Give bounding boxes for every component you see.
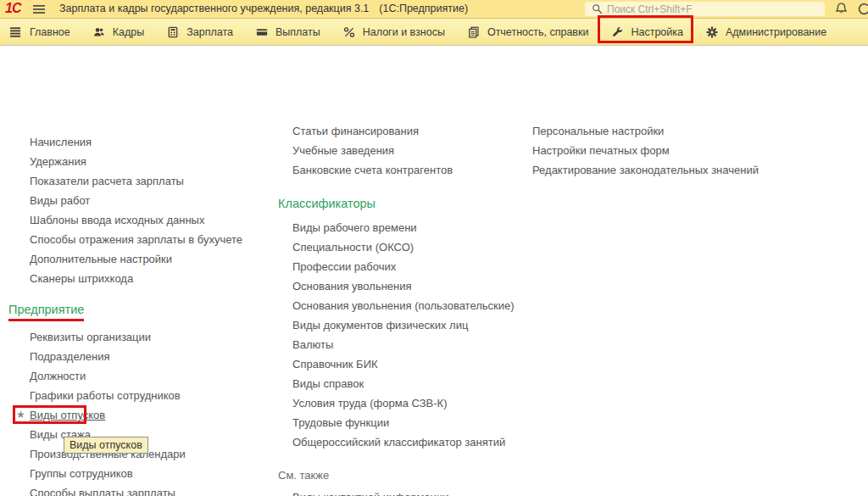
settings-menu-item-label: Дополнительные настройки bbox=[30, 253, 172, 265]
settings-menu-item-label: Группы сотрудников bbox=[30, 467, 133, 480]
section-tab-icon bbox=[468, 26, 480, 38]
settings-menu-item[interactable]: ★ Виды справок bbox=[292, 374, 364, 393]
settings-menu-item[interactable]: ★ Сканеры штрихкода bbox=[30, 269, 133, 288]
enterprise-group: ★ Реквизиты организации ★ Подразделения … bbox=[30, 327, 186, 496]
section-tab[interactable]: Выплаты bbox=[256, 19, 320, 45]
settings-menu-item[interactable]: ★ Виды отпусков bbox=[30, 405, 105, 425]
settings-menu-item[interactable]: ★ Учебные заведения bbox=[292, 141, 394, 160]
settings-menu-item[interactable]: ★ Виды работ bbox=[30, 191, 90, 210]
section-tab[interactable]: Администрирование bbox=[706, 19, 826, 45]
settings-menu-item-label: Редактирование законодательных значений bbox=[532, 164, 759, 176]
personal-settings-group: ★ Персональные настройки ★ Настройки печ… bbox=[532, 121, 759, 180]
section-list-icon[interactable] bbox=[8, 25, 22, 39]
notifications-bell-icon[interactable] bbox=[834, 2, 849, 16]
search-input[interactable] bbox=[607, 3, 825, 15]
settings-menu-item-label: Начисления bbox=[30, 136, 92, 148]
section-tab-label: Зарплата bbox=[186, 26, 233, 38]
see-also-header: См. также bbox=[278, 469, 329, 482]
settings-menu-item[interactable]: ★ Валюты bbox=[292, 335, 333, 354]
settings-menu-item[interactable]: ★ Способы отражения зарплаты в бухучете bbox=[30, 230, 242, 249]
section-tab[interactable]: Кадры bbox=[93, 19, 144, 45]
section-tab-icon bbox=[93, 26, 105, 38]
settings-menu-item-label: Реквизиты организации bbox=[30, 331, 151, 343]
settings-menu-item[interactable]: ★ Способы выплаты зарплаты bbox=[30, 483, 175, 496]
window-title: Зарплата и кадры государственного учрежд… bbox=[59, 0, 468, 18]
app-name: (1С:Предприятие) bbox=[379, 3, 468, 14]
section-tab[interactable]: Налоги и взносы bbox=[343, 19, 445, 45]
settings-menu-item-label: Учебные заведения bbox=[292, 144, 394, 157]
settings-menu-item[interactable]: ★ Удержания bbox=[30, 152, 86, 171]
title-bar: 1С Зарплата и кадры государственного учр… bbox=[0, 0, 868, 19]
settings-menu-item[interactable]: ★ Показатели расчета зарплаты bbox=[30, 171, 184, 191]
settings-menu-item-label: Настройки печатных форм bbox=[532, 144, 670, 157]
settings-menu-item-label: Специальности (ОКСО) bbox=[292, 241, 414, 254]
settings-menu-item-label: Персональные настройки bbox=[532, 125, 664, 137]
settings-menu-item[interactable]: ★ Шаблоны ввода исходных данных bbox=[30, 210, 204, 230]
settings-menu-item[interactable]: ★ Начисления bbox=[30, 132, 92, 152]
settings-function-menu: ★ Начисления ★ Удержания ★ Показатели ра… bbox=[0, 46, 868, 496]
tooltip: Виды отпусков bbox=[64, 437, 148, 454]
enterprise-section-header: Предприятие bbox=[8, 303, 84, 321]
settings-menu-item[interactable]: ★ Основания увольнения bbox=[292, 276, 412, 296]
settings-menu-item[interactable]: ★ Реквизиты организации bbox=[30, 327, 151, 347]
settings-menu-item[interactable]: ★ Виды рабочего времени bbox=[292, 218, 417, 237]
section-tab[interactable]: Зарплата bbox=[167, 19, 233, 45]
settings-menu-item-label: Банковские счета контрагентов bbox=[292, 164, 453, 176]
settings-menu-item[interactable]: ★ Виды контактной информации bbox=[292, 488, 449, 496]
settings-menu-item[interactable]: ★ Справочник БИК bbox=[292, 354, 378, 374]
settings-menu-item-label: Виды работ bbox=[30, 194, 90, 207]
window-title-text: Зарплата и кадры государственного учрежд… bbox=[59, 3, 369, 14]
history-icon[interactable] bbox=[857, 2, 868, 16]
settings-menu-item[interactable]: ★ Условия труда (форма СЗВ-К) bbox=[292, 393, 447, 413]
settings-menu-item[interactable]: ★ Графики работы сотрудников bbox=[30, 386, 181, 405]
settings-menu-item[interactable]: ★ Трудовые функции bbox=[292, 413, 389, 432]
settings-menu-item-label: Общероссийский классификатор занятий bbox=[292, 436, 505, 449]
settings-menu-item-label: Способы выплаты зарплаты bbox=[30, 487, 175, 496]
settings-menu-item-label: Сканеры штрихкода bbox=[30, 272, 133, 285]
settings-menu-item-label: Показатели расчета зарплаты bbox=[30, 175, 184, 187]
section-tab-icon bbox=[343, 26, 355, 38]
financing-group: ★ Статьи финансирования ★ Учебные заведе… bbox=[292, 121, 453, 180]
main-menu-icon[interactable] bbox=[32, 3, 46, 16]
section-tab-label: Настройка bbox=[631, 26, 683, 38]
settings-menu-item[interactable]: ★ Дополнительные настройки bbox=[30, 249, 172, 269]
settings-menu-item[interactable]: ★ Статьи финансирования bbox=[292, 121, 419, 141]
section-tab[interactable]: Главное bbox=[30, 19, 70, 45]
section-tab-icon bbox=[167, 26, 179, 38]
settings-menu-item[interactable]: ★ Виды документов физических лиц bbox=[292, 315, 468, 335]
section-tab-label: Администрирование bbox=[726, 26, 826, 38]
settings-menu-item-label: Подразделения bbox=[30, 350, 110, 363]
settings-menu-item[interactable]: ★ Группы сотрудников bbox=[30, 464, 133, 483]
settings-menu-item[interactable]: ★ Персональные настройки bbox=[532, 121, 664, 141]
section-tab-label: Выплаты bbox=[275, 26, 320, 38]
settings-menu-item-label: Шаблоны ввода исходных данных bbox=[30, 214, 204, 226]
settings-menu-item[interactable]: ★ Редактирование законодательных значени… bbox=[532, 160, 759, 180]
classifiers-group: ★ Виды рабочего времени ★ Специальности … bbox=[292, 218, 515, 452]
section-tab[interactable]: Настройка bbox=[611, 19, 683, 45]
settings-menu-item[interactable]: ★ Должности bbox=[30, 366, 86, 386]
settings-menu-item[interactable]: ★ Профессии рабочих bbox=[292, 257, 396, 276]
settings-menu-item[interactable]: ★ Общероссийский классификатор занятий bbox=[292, 432, 505, 452]
section-tab-label: Кадры bbox=[113, 26, 144, 38]
section-tab-icon bbox=[256, 26, 268, 38]
settings-menu-item-label: Основания увольнения (пользовательские) bbox=[292, 299, 515, 312]
settings-menu-item-label: Справочник БИК bbox=[292, 358, 378, 371]
app-window: 1С Зарплата и кадры государственного учр… bbox=[0, 0, 868, 496]
settings-menu-item[interactable]: ★ Подразделения bbox=[30, 347, 110, 366]
section-tab[interactable]: Отчетность, справки bbox=[468, 19, 589, 45]
settings-menu-item-label: Валюты bbox=[292, 338, 333, 351]
settings-menu-item[interactable]: ★ Настройки печатных форм bbox=[532, 141, 670, 160]
settings-menu-item[interactable]: ★ Специальности (ОКСО) bbox=[292, 237, 414, 257]
settings-menu-item-label: Основания увольнения bbox=[292, 280, 412, 293]
settings-menu-item[interactable]: ★ Основания увольнения (пользовательские… bbox=[292, 296, 515, 315]
settings-menu-item[interactable]: ★ Банковские счета контрагентов bbox=[292, 160, 453, 180]
settings-menu-item-label: Виды документов физических лиц bbox=[292, 319, 468, 332]
section-tabs: Главное Кадры Зарплата Выплаты bbox=[30, 19, 849, 45]
settings-menu-item-label: Виды справок bbox=[292, 377, 364, 390]
star-icon: ★ bbox=[16, 405, 25, 425]
section-tab-icon bbox=[611, 26, 623, 38]
settings-menu-item-label: Способы отражения зарплаты в бухучете bbox=[30, 233, 242, 246]
global-search[interactable] bbox=[585, 2, 825, 16]
settings-menu-item-label: Условия труда (форма СЗВ-К) bbox=[292, 397, 447, 410]
section-tab-label: Главное bbox=[30, 26, 70, 38]
